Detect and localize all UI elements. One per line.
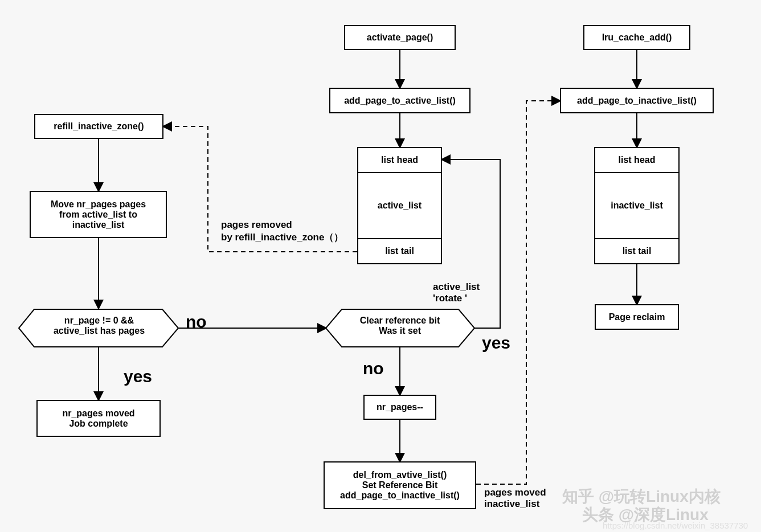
active-list-tail-label: list tail: [385, 246, 414, 256]
refill-inactive-zone-label: refill_inactive_zone(): [54, 121, 144, 132]
node-lru-cache-add: lru_cache_add(): [583, 25, 690, 50]
node-add-page-active: add_page_to_active_list(): [329, 88, 470, 113]
edge-rotate: active_list 'rotate ': [433, 281, 480, 304]
connectors: [0, 0, 761, 532]
add-page-active-label: add_page_to_active_list(): [344, 96, 456, 106]
node-add-page-inactive: add_page_to_inactive_list(): [560, 88, 714, 113]
watermark-toutiao: 头条 @深度Linux: [582, 504, 709, 526]
page-reclaim-label: Page reclaim: [609, 312, 665, 322]
inactive-list-box: list head inactive_list list tail: [594, 147, 680, 264]
edge-yes-mid: yes: [482, 333, 510, 353]
add-page-inactive-label: add_page_to_inactive_list(): [577, 96, 697, 106]
node-refill-inactive-zone: refill_inactive_zone(): [34, 114, 163, 139]
edge-yes-left: yes: [124, 367, 152, 386]
active-list-body-label: active_list: [378, 200, 422, 211]
edge-moved-inactive: pages moved inactive_list: [484, 487, 546, 510]
active-list-box: list head active_list list tail: [357, 147, 442, 264]
decision-left-label: nr_page != 0 && active_list has pages: [28, 316, 170, 336]
node-nr-pages-moved: nr_pages moved Job complete: [36, 400, 161, 437]
edge-no-mid: no: [363, 359, 384, 378]
watermark-csdn: https://blog.csdn.net/weixin_38537730: [603, 521, 748, 530]
nr-pages-moved-label: nr_pages moved Job complete: [62, 408, 134, 429]
active-list-head-label: list head: [381, 155, 418, 165]
inactive-list-head-label: list head: [619, 155, 656, 165]
inactive-list-body-label: inactive_list: [611, 200, 663, 211]
activate-page-label: activate_page(): [367, 32, 433, 43]
del-set-add-label: del_from_avtive_list() Set Reference Bit…: [340, 470, 460, 501]
move-nr-pages-label: Move nr_pages pages from active_list to …: [51, 199, 146, 230]
node-move-nr-pages: Move nr_pages pages from active_list to …: [30, 191, 167, 238]
edge-removed: pages removed by refill_inactive_zone（）: [221, 219, 343, 244]
node-nr-pages-dec: nr_pages--: [363, 395, 436, 420]
watermark-zhihu: 知乎 @玩转Linux内核: [562, 486, 721, 508]
nr-pages-dec-label: nr_pages--: [377, 402, 423, 412]
node-page-reclaim: Page reclaim: [595, 304, 679, 330]
node-activate-page: activate_page(): [344, 25, 456, 50]
node-del-set-add: del_from_avtive_list() Set Reference Bit…: [324, 461, 476, 509]
lru-cache-add-label: lru_cache_add(): [602, 32, 672, 43]
inactive-list-tail-label: list tail: [623, 246, 652, 256]
decision-mid-label: Clear reference bit Was it set: [332, 316, 468, 336]
edge-no-left: no: [186, 312, 207, 332]
